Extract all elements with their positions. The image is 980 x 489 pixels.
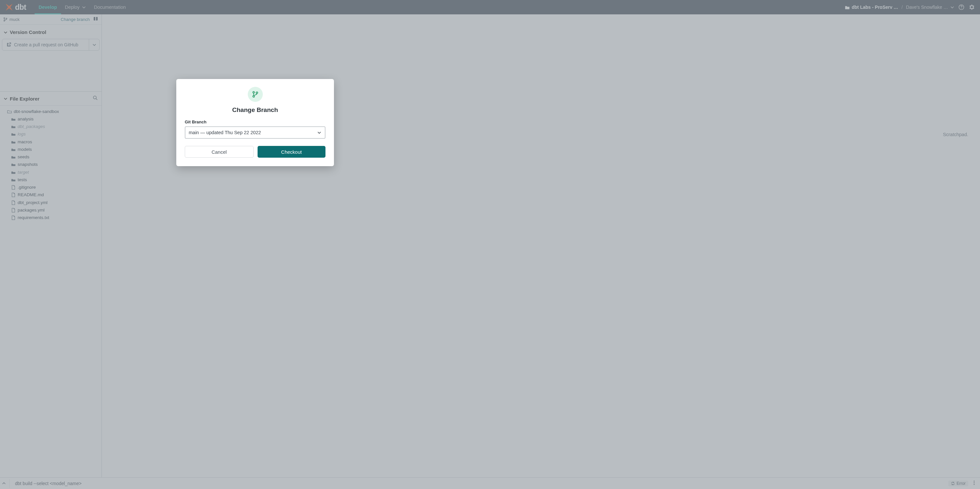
svg-point-9 xyxy=(253,91,254,93)
cancel-button[interactable]: Cancel xyxy=(185,146,254,158)
modal-scrim[interactable] xyxy=(0,0,980,489)
svg-point-11 xyxy=(256,92,258,94)
modal-icon xyxy=(248,87,263,102)
checkout-button[interactable]: Checkout xyxy=(258,146,326,158)
change-branch-modal: Change Branch Git Branch main — updated … xyxy=(176,79,334,166)
git-branch-selected: main — updated Thu Sep 22 2022 xyxy=(189,130,261,135)
git-branch-label: Git Branch xyxy=(185,119,326,124)
modal-button-row: Cancel Checkout xyxy=(185,146,326,158)
git-branch-icon xyxy=(252,91,259,97)
git-branch-select[interactable]: main — updated Thu Sep 22 2022 xyxy=(185,126,326,139)
svg-point-10 xyxy=(253,96,254,97)
git-branch-field: Git Branch main — updated Thu Sep 22 202… xyxy=(185,119,326,139)
modal-title: Change Branch xyxy=(232,107,278,114)
chevron-down-icon xyxy=(317,130,321,135)
